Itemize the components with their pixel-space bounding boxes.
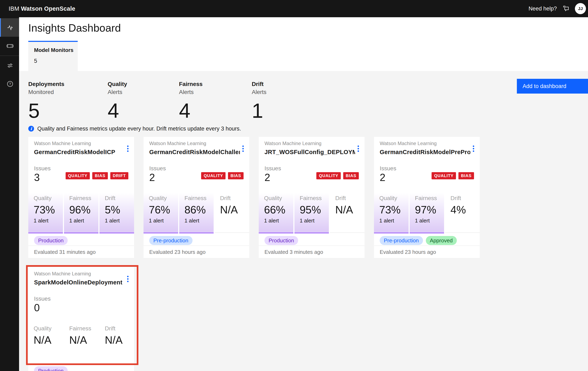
- brand-prefix: IBM: [9, 5, 19, 12]
- metric-value: 95%: [300, 204, 321, 216]
- bias-badge: BIAS: [458, 172, 474, 179]
- metric-label: Quality: [149, 195, 167, 201]
- card-slot: Watson Machine Learning GermanCreditRisk…: [374, 137, 480, 258]
- brand: IBMWatson OpenScale: [9, 5, 75, 12]
- tab-model-monitors[interactable]: Model Monitors 5: [28, 41, 78, 71]
- metric-quality[interactable]: Quality 73% 1 alert: [28, 193, 63, 233]
- metric-drift[interactable]: Drift 4%: [445, 193, 480, 233]
- metric-value: 86%: [185, 204, 206, 216]
- metric-alert-count: 1 alert: [264, 218, 279, 224]
- metric-label: Drift: [335, 195, 346, 201]
- stat-value: 1: [252, 100, 266, 121]
- overflow-menu-icon[interactable]: [242, 145, 244, 153]
- deployment-cards-grid: Watson Machine Learning GermanCreditRisk…: [28, 137, 481, 371]
- overflow-menu-icon[interactable]: [127, 145, 129, 153]
- metric-label: Fairness: [69, 325, 91, 332]
- card-divider: [144, 246, 249, 246]
- overflow-menu-icon[interactable]: [357, 145, 359, 153]
- metric-drift[interactable]: Drift N/A: [330, 193, 365, 233]
- stat-label: Quality: [108, 81, 127, 87]
- quality-badge: QUALITY: [316, 172, 341, 179]
- metric-drift[interactable]: Drift N/A: [99, 323, 134, 364]
- deployment-card-jrt-wosfullconfig-deployment[interactable]: Watson Machine Learning JRT_WOSFullConfi…: [259, 137, 365, 258]
- evaluated-timestamp: Evaluated 31 minutes ago: [34, 249, 96, 255]
- need-help-link[interactable]: Need help?: [529, 6, 557, 12]
- metric-alert-count: 1 alert: [105, 218, 119, 224]
- stat-fairness-alerts: Fairness Alerts 4: [179, 81, 203, 121]
- watson-openscale-app: IBMWatson OpenScale Need help? JJ: [0, 0, 588, 371]
- sidebar-item-models[interactable]: [0, 37, 19, 55]
- metric-quality[interactable]: Quality 66% 1 alert: [259, 193, 293, 233]
- deployment-card-germancreditriskmodelpreprod[interactable]: Watson Machine Learning GermanCreditRisk…: [374, 137, 480, 258]
- sidebar: ?: [0, 17, 19, 371]
- metric-label: Drift: [451, 195, 461, 201]
- metric-label: Drift: [105, 325, 115, 332]
- metric-label: Fairness: [185, 195, 206, 201]
- overflow-menu-icon[interactable]: [127, 276, 129, 283]
- notice-text: Quality and Fairness metrics update ever…: [37, 126, 241, 132]
- metric-fairness[interactable]: Fairness N/A: [64, 323, 99, 364]
- overflow-menu-icon[interactable]: [473, 145, 474, 153]
- sidebar-item-help[interactable]: ?: [0, 75, 19, 93]
- metric-label: Quality: [34, 195, 52, 201]
- metric-drift[interactable]: Drift 5% 1 alert: [99, 193, 134, 233]
- stat-deployments: Deployments Monitored 5: [28, 81, 64, 121]
- drift-badge: DRIFT: [110, 172, 128, 179]
- environment-tags: Production: [34, 236, 68, 245]
- card-title: GermanCreditRiskModelICP: [34, 149, 125, 155]
- environment-tags: Pre-production Approved: [380, 236, 457, 245]
- alert-badges: QUALITY BIAS: [201, 172, 243, 179]
- metric-fairness[interactable]: Fairness 86% 1 alert: [179, 193, 214, 233]
- metric-quality[interactable]: Quality N/A: [28, 323, 63, 364]
- card-provider: Watson Machine Learning: [149, 141, 206, 146]
- card-provider: Watson Machine Learning: [264, 141, 322, 146]
- metric-quality[interactable]: Quality 73% 1 alert: [374, 193, 409, 233]
- metric-fairness[interactable]: Fairness 95% 1 alert: [294, 193, 329, 233]
- avatar[interactable]: JJ: [575, 3, 586, 14]
- stat-label: Drift: [252, 81, 266, 87]
- metric-label: Drift: [105, 195, 115, 201]
- bias-badge: BIAS: [228, 172, 243, 179]
- metric-label: Quality: [379, 195, 397, 201]
- metrics-row: Quality 66% 1 alert Fairness 95% 1 alert…: [259, 193, 365, 233]
- sidebar-item-configuration[interactable]: [0, 56, 19, 75]
- environment-tags: Pre-production: [149, 236, 192, 245]
- issues-count: 2: [149, 172, 155, 183]
- metric-label: Fairness: [69, 195, 91, 201]
- model-ticket-icon: [7, 43, 13, 49]
- sidebar-item-insights[interactable]: [0, 18, 19, 37]
- bias-badge: BIAS: [343, 172, 359, 179]
- stat-value: 5: [28, 100, 64, 121]
- stat-value: 4: [179, 100, 203, 121]
- issues-count: 3: [34, 172, 40, 183]
- card-title: GermanCreditRiskModelPreProdI...: [380, 149, 470, 155]
- metric-value: N/A: [220, 204, 238, 216]
- metric-value: 5%: [105, 204, 120, 216]
- deployment-card-sparkmodelonlinedeployment[interactable]: Watson Machine Learning SparkModelOnline…: [28, 267, 134, 371]
- alert-badges: QUALITY BIAS: [431, 172, 474, 179]
- pre-production-tag: Pre-production: [149, 236, 192, 245]
- evaluated-timestamp: Evaluated 3 minutes ago: [264, 249, 323, 255]
- metric-value: 73%: [34, 204, 55, 216]
- stat-sublabel: Alerts: [252, 89, 266, 95]
- metric-quality[interactable]: Quality 76% 1 alert: [144, 193, 178, 233]
- metric-label: Fairness: [300, 195, 322, 201]
- card-title: GermanCreditRiskModelChalleng...: [149, 149, 240, 155]
- stat-label: Fairness: [179, 81, 203, 87]
- issues-count: 2: [380, 172, 385, 183]
- metric-alert-count: 1 alert: [185, 218, 199, 224]
- deployment-card-germancreditriskmodelicp[interactable]: Watson Machine Learning GermanCreditRisk…: [28, 137, 134, 258]
- metric-fairness[interactable]: Fairness 96% 1 alert: [64, 193, 99, 233]
- environment-tags: Production: [264, 236, 298, 245]
- metric-drift[interactable]: Drift N/A: [215, 193, 249, 233]
- deployment-card-germancreditriskmodelchallenger[interactable]: Watson Machine Learning GermanCreditRisk…: [144, 137, 249, 258]
- tab-label: Model Monitors: [34, 47, 78, 53]
- issues-label: Issues: [149, 165, 166, 172]
- issues-label: Issues: [34, 165, 51, 172]
- metric-alert-count: 1 alert: [69, 218, 84, 224]
- metric-alert-count: 1 alert: [300, 218, 315, 224]
- chat-icon[interactable]: [562, 5, 569, 12]
- page-header: Insights Dashboard Model Monitors 5: [19, 17, 588, 71]
- stat-sublabel: Alerts: [179, 89, 203, 95]
- metric-fairness[interactable]: Fairness 97% 1 alert: [410, 193, 444, 233]
